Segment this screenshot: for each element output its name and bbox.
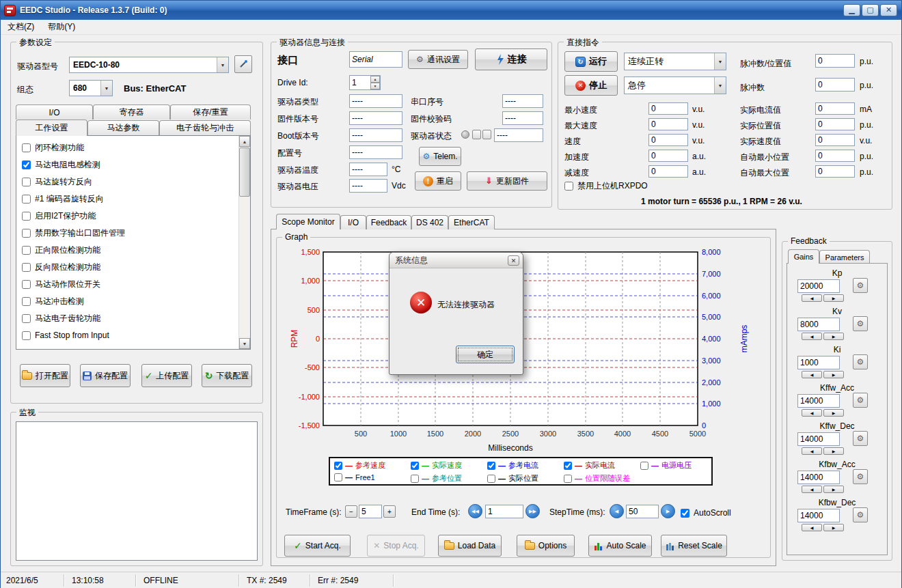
legend-checkbox[interactable] (334, 462, 342, 470)
chevron-down-icon[interactable]: ▼ (714, 53, 726, 70)
checkbox[interactable] (22, 160, 31, 169)
steptime-up-icon[interactable]: ▶ (661, 504, 675, 518)
scrollbar[interactable]: ▲ ▼ (238, 136, 250, 349)
menu-file[interactable]: 文档(Z) (1, 20, 41, 34)
list-item[interactable]: 反向限位检测功能 (22, 260, 100, 274)
gain-kffw-dec-inc-button[interactable]: ▶ (823, 447, 844, 455)
tab-scope-feedback[interactable]: Feedback (366, 215, 411, 229)
menu-help[interactable]: 帮助(Y) (41, 20, 82, 34)
reset-scale-button[interactable]: Reset Scale (661, 535, 727, 557)
checkbox[interactable] (22, 263, 31, 272)
auto-scale-button[interactable]: Auto Scale (588, 535, 652, 557)
tab-scope-io[interactable]: I/O (340, 215, 366, 229)
legend-item[interactable]: —参考电流 (487, 460, 538, 471)
legend-checkbox[interactable] (640, 462, 648, 470)
list-item[interactable]: 闭环检测功能 (22, 141, 84, 154)
gain-kp-inc-button[interactable]: ▶ (823, 294, 844, 302)
tab-gear-impact[interactable]: 电子齿轮与冲击 (159, 120, 251, 135)
timeframe-minus-button[interactable]: − (345, 505, 357, 518)
checkbox[interactable] (22, 229, 31, 238)
legend-checkbox[interactable] (487, 462, 495, 470)
checkbox[interactable] (22, 178, 31, 186)
minimize-icon[interactable]: ▁ (843, 4, 860, 16)
download-config-button[interactable]: ↻下载配置 (202, 364, 252, 387)
gain-kp-input[interactable] (797, 279, 840, 293)
gain-kp-dec-button[interactable]: ◀ (802, 294, 822, 302)
load-data-button[interactable]: Load Data (438, 535, 502, 557)
update-firmware-button[interactable]: ⇓更新固件 (467, 171, 547, 191)
chevron-down-icon[interactable]: ▼ (714, 77, 726, 94)
list-item[interactable]: 马达电阻电感检测 (22, 158, 100, 171)
run-mode-combo[interactable]: 连续正转 ▼ (624, 53, 726, 70)
list-item[interactable]: #1 编码器旋转反向 (22, 192, 104, 206)
steptime-input[interactable] (626, 505, 659, 518)
status-button-1[interactable] (472, 130, 481, 139)
legend-item[interactable]: —参考速度 (334, 460, 385, 471)
list-item[interactable]: Fast Stop from Input (22, 328, 109, 342)
tab-scope-ds402[interactable]: DS 402 (411, 215, 448, 229)
tab-io[interactable]: I/O (16, 104, 93, 120)
tab-motor-params[interactable]: 马达参数 (87, 120, 159, 135)
tab-scope-monitor[interactable]: Scope Monitor (276, 214, 340, 229)
tab-scope-ethercat[interactable]: EtherCAT (448, 215, 495, 229)
gain-kfbw-acc-dec-button[interactable]: ◀ (802, 486, 822, 493)
legend-item[interactable]: —电源电压 (640, 460, 692, 471)
legend-checkbox[interactable] (334, 473, 342, 481)
gain-kv-inc-button[interactable]: ▶ (823, 333, 844, 340)
legend-checkbox[interactable] (564, 475, 572, 483)
min-speed-input[interactable] (648, 102, 688, 115)
tab-work-settings[interactable]: 工作设置 (16, 120, 87, 136)
telem-button[interactable]: ⚙Telem. (419, 147, 461, 166)
checkbox[interactable] (22, 297, 31, 306)
list-item[interactable]: 马达动作限位开关 (22, 277, 100, 291)
drive-id-stepper[interactable]: ▲▼ (349, 75, 381, 90)
dialog-title-bar[interactable]: 系统信息 ✕ (390, 253, 523, 268)
list-item[interactable]: 马达旋转方反向 (22, 175, 92, 188)
scroll-up-icon[interactable]: ▲ (239, 136, 250, 147)
gain-kfbw-dec-input[interactable] (797, 509, 840, 522)
dialog-close-icon[interactable]: ✕ (508, 255, 519, 266)
checkbox[interactable] (22, 331, 31, 340)
chevron-down-icon[interactable]: ▼ (100, 81, 112, 96)
steptime-down-icon[interactable]: ◀ (610, 504, 624, 518)
gain-kp-settings-button[interactable]: ⚙ (853, 278, 868, 293)
gain-kffw-acc-inc-button[interactable]: ▶ (823, 409, 844, 417)
list-item[interactable]: 禁用数字输出口固件管理 (22, 226, 125, 240)
gain-kfbw-acc-settings-button[interactable]: ⚙ (853, 469, 868, 484)
open-config-button[interactable]: 打开配置 (20, 364, 70, 387)
dialog-ok-button[interactable]: 确定 (456, 346, 515, 363)
gain-kfbw-dec-settings-button[interactable]: ⚙ (853, 507, 868, 522)
rxpdo-checkbox[interactable] (564, 182, 573, 191)
restart-button[interactable]: !重启 (415, 171, 461, 191)
legend-item[interactable]: —Free1 (334, 473, 375, 481)
checkbox[interactable] (22, 280, 31, 289)
timeframe-plus-button[interactable]: + (383, 505, 396, 518)
gain-kffw-dec-input[interactable] (797, 432, 840, 446)
accel-input[interactable] (648, 150, 688, 162)
gain-kv-settings-button[interactable]: ⚙ (853, 316, 868, 331)
stop-button[interactable]: ✕停止 (564, 75, 618, 96)
run-button[interactable]: ↻运行 (564, 51, 618, 72)
decel-input[interactable] (648, 165, 688, 178)
chevron-down-icon[interactable]: ▼ (217, 57, 228, 72)
gain-ki-inc-button[interactable]: ▶ (823, 371, 844, 378)
spin-up-icon[interactable]: ▲ (370, 76, 380, 83)
scroll-down-icon[interactable]: ▼ (239, 338, 250, 349)
pick-drive-button[interactable] (234, 55, 252, 73)
gain-kfbw-dec-inc-button[interactable]: ▶ (823, 524, 844, 531)
scope-chart[interactable]: 1,500 1,000 500 0 -500 -1,000 -1,500 RPM… (288, 247, 759, 443)
monitor-output[interactable] (16, 421, 258, 561)
checkbox[interactable] (22, 143, 31, 152)
spin-down-icon[interactable]: ▼ (370, 83, 380, 89)
stop-mode-combo[interactable]: 急停 ▼ (624, 76, 726, 94)
max-speed-input[interactable] (648, 118, 688, 130)
gain-kffw-acc-input[interactable] (797, 394, 840, 408)
gain-ki-settings-button[interactable]: ⚙ (853, 354, 868, 369)
gain-ki-input[interactable] (797, 356, 840, 369)
legend-checkbox[interactable] (411, 462, 419, 470)
endtime-next-icon[interactable]: ▶▶ (525, 504, 540, 518)
list-item[interactable]: 启用I2T保护功能 (22, 209, 96, 223)
autoscroll-checkbox[interactable] (681, 509, 689, 518)
pulse-pos-input[interactable] (815, 54, 855, 68)
gain-kfbw-dec-dec-button[interactable]: ◀ (802, 524, 822, 531)
